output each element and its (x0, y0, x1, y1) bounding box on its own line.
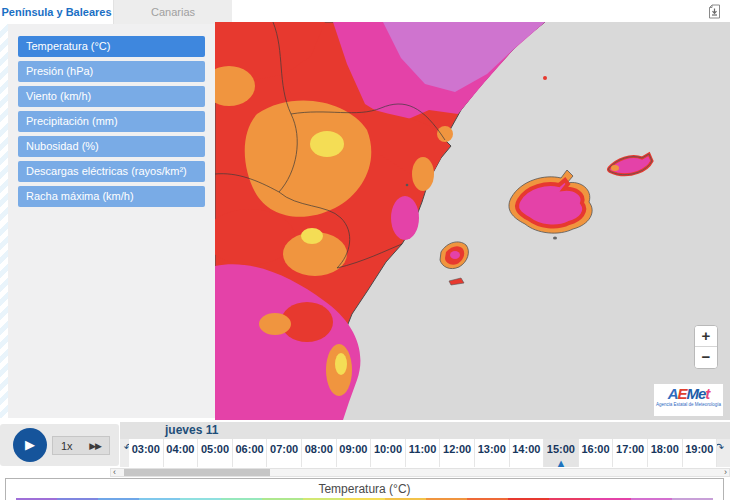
previous-day-arrow[interactable]: ↶ (120, 439, 129, 467)
timeline-cell-0400[interactable]: 04:00 (164, 439, 199, 467)
timeline-scrollbar[interactable]: ‹ › (110, 468, 730, 477)
sidebar-item-viento-km-h[interactable]: Viento (km/h) (18, 86, 205, 107)
sidebar-item-racha-m-xima-km-h[interactable]: Racha máxima (km/h) (18, 186, 205, 207)
timeline-cell-1100[interactable]: 11:00 (406, 439, 441, 467)
weather-map[interactable]: + − AEMet Agencia Estatal de Meteorologí… (215, 22, 730, 420)
timeline-date-row: jueves 11 (120, 422, 730, 439)
variable-sidebar: Temperatura (°C)Presión (hPa)Viento (km/… (8, 24, 215, 418)
download-button[interactable] (706, 3, 723, 20)
temperature-map-image (215, 22, 730, 420)
map-zoom-control: + − (694, 325, 718, 369)
playback-controls: ▶ 1x ▶▶ (0, 424, 119, 466)
sidebar-item-presi-n-hpa[interactable]: Presión (hPa) (18, 61, 205, 82)
timeline-cell-1200[interactable]: 12:00 (440, 439, 475, 467)
legend-title: Temperatura (°C) (6, 482, 723, 496)
aemet-forecast-viewer: Península y Baleares Canarias Temperatur… (0, 0, 730, 500)
timeline-cell-1000[interactable]: 10:00 (371, 439, 406, 467)
fast-forward-button[interactable]: ▶▶ (89, 441, 101, 451)
speed-label[interactable]: 1x (61, 440, 73, 452)
tab-peninsula-baleares[interactable]: Península y Baleares (0, 0, 114, 24)
timeline-cell-0500[interactable]: 05:00 (198, 439, 233, 467)
tab-canarias[interactable]: Canarias (114, 0, 232, 24)
speed-control: 1x ▶▶ (52, 436, 110, 455)
aemet-logo: AEMet Agencia Estatal de Meteorología (654, 384, 723, 416)
timeline-cell-1300[interactable]: 13:00 (475, 439, 510, 467)
selected-time-marker: ▲ (544, 457, 578, 467)
timeline-cell-1600[interactable]: 16:00 (579, 439, 614, 467)
temperature-legend: Temperatura (°C) (5, 478, 724, 500)
tab-bar: Península y Baleares Canarias (0, 0, 730, 24)
timeline-cell-0600[interactable]: 06:00 (233, 439, 268, 467)
aemet-logo-subtitle: Agencia Estatal de Meteorología (654, 402, 723, 408)
timeline-cell-0800[interactable]: 08:00 (302, 439, 337, 467)
timeline-date-label: jueves 11 (165, 423, 218, 437)
timeline-cell-1900[interactable]: 19:00 (683, 439, 718, 467)
timeline-cell-1800[interactable]: 18:00 (648, 439, 683, 467)
play-button[interactable]: ▶ (13, 428, 47, 462)
timeline-cell-1500[interactable]: 15:00▲ (544, 439, 579, 467)
timeline-cell-0900[interactable]: 09:00 (337, 439, 372, 467)
timeline-cell-1700[interactable]: 17:00 (613, 439, 648, 467)
sidebar-item-temperatura-c[interactable]: Temperatura (°C) (18, 36, 205, 57)
scroll-right-arrow[interactable]: › (724, 467, 727, 477)
timeline-cell-1400[interactable]: 14:00 (510, 439, 545, 467)
timeline-cell-0300[interactable]: 03:00 (129, 439, 164, 467)
sidebar-item-descargas-el-ctricas-rayos-km[interactable]: Descargas eléctricas (rayos/km²) (18, 161, 205, 182)
download-icon (706, 6, 723, 23)
zoom-out-button[interactable]: − (695, 347, 717, 368)
timeline: jueves 11 ↶ 03:0004:0005:0006:0007:0008:… (120, 422, 730, 467)
timeline-cell-0700[interactable]: 07:00 (267, 439, 302, 467)
sidebar-item-nubosidad[interactable]: Nubosidad (%) (18, 136, 205, 157)
scrollbar-thumb[interactable] (124, 469, 270, 476)
timeline-times-row: ↶ 03:0004:0005:0006:0007:0008:0009:0010:… (120, 439, 730, 467)
zoom-in-button[interactable]: + (695, 326, 717, 347)
sidebar-item-precipitaci-n-mm[interactable]: Precipitación (mm) (18, 111, 205, 132)
aemet-wordmark: AEMet (654, 385, 723, 402)
scroll-left-arrow[interactable]: ‹ (113, 467, 116, 477)
next-day-arrow[interactable]: ↷ (717, 439, 730, 467)
